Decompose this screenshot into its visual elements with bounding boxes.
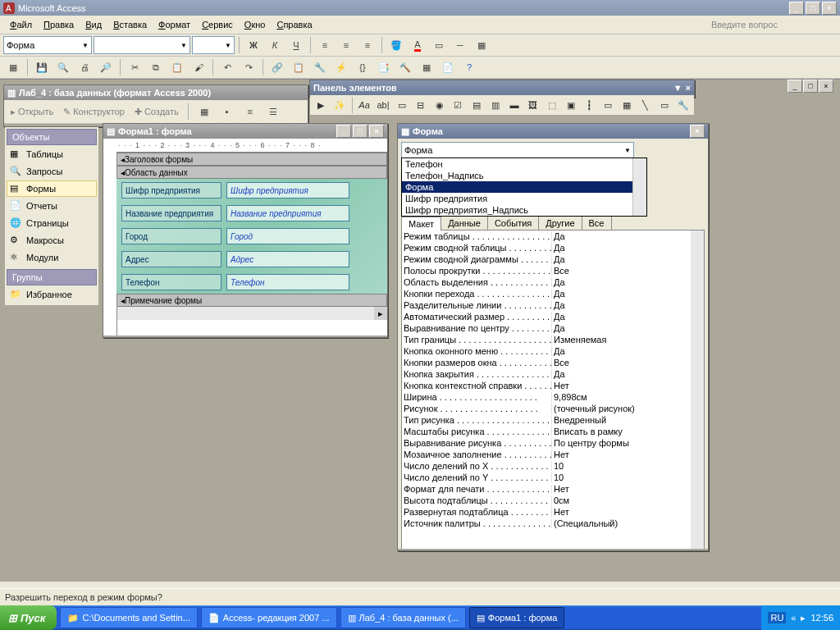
autoformat-button[interactable]: ⚡ [331,57,351,77]
italic-button[interactable]: К [265,35,285,55]
align-right-button[interactable]: ≡ [358,35,377,55]
formatting-toolbar: Форма▼ ▼ ▼ Ж К Ч ≡ ≡ ≡ 🪣 A ▭ ─ ▦ [0,34,840,57]
menu-Вид[interactable]: Вид [80,18,107,31]
preview-button[interactable]: 🔎 [96,57,116,77]
special-effect-button[interactable]: ▦ [472,35,491,55]
standard-toolbar: ▦ 💾 🔍 🖨 🔎 ✂ ⧉ 📋 🖌 ↶ ↷ 🔗 📋 🔧 ⚡ {} 📑 🔨 ▦ 📄… [0,57,840,79]
restore-button[interactable]: □ [806,2,820,15]
menu-Сервис[interactable]: Сервис [197,18,238,31]
align-left-button[interactable]: ≡ [315,35,335,55]
insert-hyperlink-button[interactable]: 🔗 [267,57,287,77]
search-file-button[interactable]: 🔍 [53,57,73,77]
help-question-box[interactable]: Введите вопрос [711,20,835,30]
align-center-button[interactable]: ≡ [336,35,356,55]
menu-Вставка[interactable]: Вставка [108,18,152,31]
menu-Окно[interactable]: Окно [240,18,271,31]
redo-button[interactable]: ↷ [239,57,258,77]
svg-text:A: A [6,4,11,13]
access-app-icon: A [3,2,15,14]
fontsize-combo[interactable]: ▼ [192,36,235,54]
copy-button[interactable]: ⧉ [146,57,166,77]
app-titlebar: A Microsoft Access _ □ × [0,0,840,16]
help-button[interactable]: ? [459,57,479,77]
save-button[interactable]: 💾 [32,57,52,77]
toolbox-button[interactable]: 🔧 [310,57,330,77]
newobject-button[interactable]: 📄 [438,57,458,77]
minimize-button[interactable]: _ [789,2,804,15]
menu-Формат[interactable]: Формат [153,18,195,31]
bold-button[interactable]: Ж [244,35,263,55]
paste-button[interactable]: 📋 [167,57,187,77]
fillcolor-button[interactable]: 🪣 [386,35,406,55]
menu-Справка[interactable]: Справка [272,18,317,31]
close-button[interactable]: × [822,2,837,15]
menu-Правка[interactable]: Правка [39,18,79,31]
app-title-text: Microsoft Access [18,3,86,13]
dbwindow-button[interactable]: ▦ [417,57,436,77]
menu-Файл[interactable]: Файл [5,18,37,31]
print-button[interactable]: 🖨 [75,57,94,77]
underline-button[interactable]: Ч [286,35,306,55]
cut-button[interactable]: ✂ [125,57,144,77]
linewidth-button[interactable]: ─ [450,35,470,55]
font-combo[interactable]: ▼ [94,36,190,54]
field-list-button[interactable]: 📋 [289,57,308,77]
properties-button[interactable]: 📑 [374,57,394,77]
format-painter-button[interactable]: 🖌 [189,57,208,77]
code-button[interactable]: {} [353,57,372,77]
fontcolor-button[interactable]: A [408,35,427,55]
object-selector-combo[interactable]: Форма▼ [3,36,92,54]
menubar: ФайлПравкаВидВставкаФорматСервисОкноСпра… [0,16,840,34]
linecolor-button[interactable]: ▭ [429,35,449,55]
view-button[interactable]: ▦ [3,57,23,77]
undo-button[interactable]: ↶ [217,57,237,77]
build-button[interactable]: 🔨 [395,57,415,77]
